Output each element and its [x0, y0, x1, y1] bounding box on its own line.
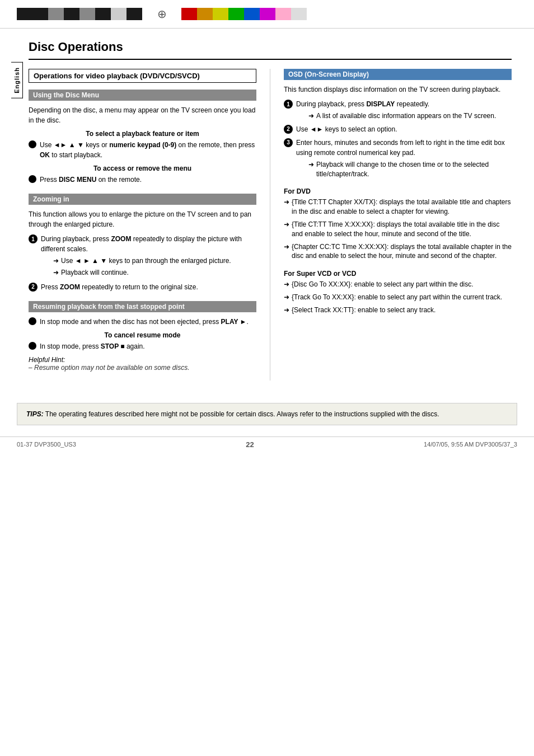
- dvd-arrow-2: ➜: [284, 220, 289, 229]
- dvd-item-2-text: {Title CT:TT Time X:XX:XX}: displays the…: [292, 220, 512, 239]
- footer-center: 22: [246, 440, 254, 449]
- cancel-resume-sub: To cancel resume mode: [29, 331, 256, 339]
- arrow-sym-1: ➜: [53, 256, 59, 266]
- osd-step2-text: Use ◄► keys to select an option.: [296, 124, 397, 134]
- bullet-circle-2: [29, 175, 36, 183]
- for-vcd-heading: For Super VCD or VCD: [284, 270, 512, 278]
- resuming-header: Resuming playback from the last stopped …: [29, 301, 256, 312]
- disc-menu-header: Using the Disc Menu: [29, 90, 256, 101]
- color-block-r4: [228, 8, 244, 20]
- hint-block: Helpful Hint: – Resume option may not be…: [29, 356, 256, 372]
- tips-text: The operating features described here mi…: [45, 410, 439, 418]
- vcd-item-1: ➜ {Disc Go To XX:XX}: enable to select a…: [284, 280, 512, 289]
- resuming-bullet1-text: In stop mode and when the disc has not b…: [40, 317, 249, 327]
- bullet-disc-menu-1: Use ◄► ▲ ▼ keys or numeric keypad (0-9) …: [29, 140, 256, 160]
- osd-header-text: OSD (On-Screen Display): [288, 71, 369, 78]
- osd-step3-num: 3: [284, 138, 293, 147]
- resuming-bullet1: In stop mode and when the disc has not b…: [29, 317, 256, 327]
- color-block-8: [127, 8, 142, 20]
- vcd-arrow-1: ➜: [284, 280, 289, 289]
- dvd-item-2: ➜ {Title CT:TT Time X:XX:XX}: displays t…: [284, 220, 512, 239]
- disc-menu-header-text: Using the Disc Menu: [33, 91, 99, 99]
- osd-step3: 3 Enter hours, minutes and seconds from …: [284, 138, 512, 179]
- osd-header: OSD (On-Screen Display): [284, 69, 512, 80]
- dvd-item-1-text: {Title CT:TT Chapter XX/TX}: displays th…: [292, 198, 512, 217]
- osd-step3-content: Enter hours, minutes and seconds from le…: [296, 138, 512, 179]
- zoom-step1-num: 1: [29, 234, 38, 243]
- dvd-item-1: ➜ {Title CT:TT Chapter XX/TX}: displays …: [284, 198, 512, 217]
- osd-step3-text: Enter hours, minutes and seconds from le…: [296, 138, 512, 158]
- resuming-bullet1-circle: [29, 317, 36, 325]
- resuming-header-text: Resuming playback from the last stopped …: [33, 303, 185, 311]
- bullet-disc-menu-2-text: Press DISC MENU on the remote.: [40, 175, 142, 185]
- operations-header: Operations for video playback (DVD/VCD/S…: [34, 72, 200, 80]
- zoom-step1-arrow1-text: Use ◄ ► ▲ ▼ keys to pan through the enla…: [61, 256, 231, 266]
- bullet-disc-menu-2: Press DISC MENU on the remote.: [29, 175, 256, 185]
- tips-label: TIPS:: [26, 410, 44, 418]
- zoom-step2-num: 2: [29, 283, 38, 292]
- osd-intro: This function displays disc information …: [284, 84, 512, 95]
- arrow-sym-2: ➜: [53, 268, 59, 278]
- osd-step1-num: 1: [284, 100, 293, 109]
- hint-text: – Resume option may not be available on …: [29, 364, 256, 372]
- color-block-5: [79, 8, 95, 20]
- osd-step1-arrow: ➜ A list of available disc information a…: [308, 111, 496, 121]
- col-divider: [270, 69, 270, 381]
- zoom-step2-text: Press ZOOM repeatedly to return to the o…: [41, 282, 198, 292]
- compass-symbol: ⊕: [157, 7, 167, 21]
- color-block-r7: [275, 8, 291, 20]
- color-block-r2: [197, 8, 213, 20]
- color-block-r1: [181, 8, 197, 20]
- zooming-header-text: Zooming in: [33, 195, 69, 203]
- resuming-section: Resuming playback from the last stopped …: [29, 301, 256, 372]
- right-column: OSD (On-Screen Display) This function di…: [284, 69, 512, 381]
- two-col-layout: Operations for video playback (DVD/VCD/S…: [29, 69, 512, 381]
- zoom-step2: 2 Press ZOOM repeatedly to return to the…: [29, 282, 256, 292]
- zoom-step1-content: During playback, press ZOOM repeatedly t…: [41, 234, 256, 278]
- resuming-bullet2-text: In stop mode, press STOP ■ again.: [40, 341, 145, 351]
- color-block-r3: [213, 8, 228, 20]
- zoom-step1: 1 During playback, press ZOOM repeatedly…: [29, 234, 256, 278]
- for-dvd-heading: For DVD: [284, 187, 512, 195]
- osd-step1: 1 During playback, press DISPLAY repeate…: [284, 99, 512, 121]
- dvd-arrow-1: ➜: [284, 198, 289, 207]
- dvd-arrow-3: ➜: [284, 242, 289, 252]
- hint-label-text: Helpful Hint:: [29, 356, 65, 364]
- color-block-3: [48, 8, 64, 20]
- osd-step3-arrow-text: Playback will change to the chosen time …: [316, 160, 512, 179]
- osd-arrow-sym-1: ➜: [308, 111, 314, 121]
- page-title: Disc Operations: [29, 40, 512, 60]
- vcd-item-1-text: {Disc Go To XX:XX}: enable to select any…: [292, 280, 474, 289]
- operations-section: Operations for video playback (DVD/VCD/S…: [29, 69, 256, 185]
- page-container: English Disc Operations Operations for v…: [0, 29, 534, 392]
- color-block-r6: [260, 8, 275, 20]
- dvd-item-3: ➜ {Chapter CC:TC Time X:XX:XX}: displays…: [284, 242, 512, 261]
- vcd-arrow-2: ➜: [284, 293, 289, 302]
- bullet-disc-menu-1-text: Use ◄► ▲ ▼ keys or numeric keypad (0-9) …: [40, 140, 256, 160]
- color-block-4: [64, 8, 79, 20]
- vcd-arrow-3: ➜: [284, 306, 289, 315]
- for-vcd-section: For Super VCD or VCD ➜ {Disc Go To XX:XX…: [284, 270, 512, 314]
- zooming-header: Zooming in: [29, 194, 256, 205]
- osd-step2-num: 2: [284, 125, 293, 134]
- disc-menu-intro: Depending on the disc, a menu may appear…: [29, 105, 256, 125]
- color-block-r5: [244, 8, 260, 20]
- color-block-1: [17, 8, 32, 20]
- left-column: Operations for video playback (DVD/VCD/S…: [29, 69, 256, 381]
- sub-heading-select: To select a playback feature or item: [29, 130, 256, 138]
- footer-left: 01-37 DVP3500_US3: [17, 441, 76, 448]
- color-block-7: [111, 8, 127, 20]
- vcd-item-3: ➜ {Select Track XX:TT}: enable to select…: [284, 306, 512, 315]
- color-blocks-left: [17, 8, 142, 20]
- color-block-2: [32, 8, 48, 20]
- footer: 01-37 DVP3500_US3 22 14/07/05, 9:55 AM D…: [0, 436, 534, 452]
- zoom-step1-arrow2: ➜ Playback will continue.: [53, 268, 256, 278]
- osd-step3-arrow: ➜ Playback will change to the chosen tim…: [308, 160, 512, 179]
- zoom-step1-text: During playback, press ZOOM repeatedly t…: [41, 234, 256, 254]
- for-dvd-section: For DVD ➜ {Title CT:TT Chapter XX/TX}: d…: [284, 187, 512, 261]
- zooming-intro: This function allows you to enlarge the …: [29, 209, 256, 229]
- vcd-item-2-text: {Track Go To XX:XX}: enable to select an…: [292, 293, 502, 302]
- vcd-item-2: ➜ {Track Go To XX:XX}: enable to select …: [284, 293, 512, 302]
- compass-icon: ⊕: [153, 6, 170, 22]
- zooming-section: Zooming in This function allows you to e…: [29, 194, 256, 292]
